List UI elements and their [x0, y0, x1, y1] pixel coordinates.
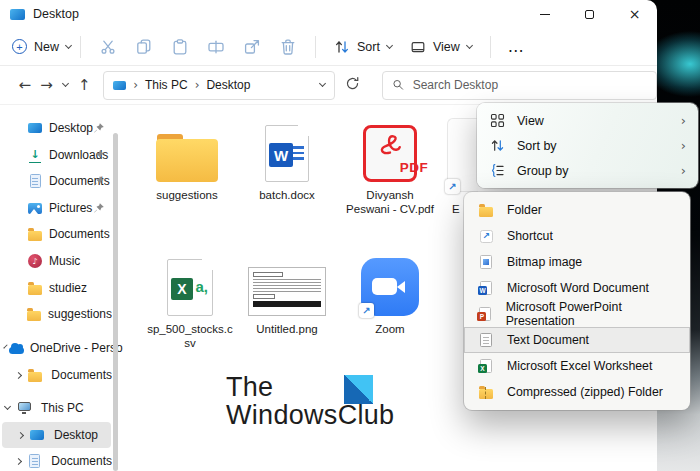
chevron-collapsed-icon[interactable] — [17, 431, 24, 438]
sidebar-item-documents-folder[interactable]: Documents — [0, 221, 112, 247]
menu-item-view[interactable]: View › — [477, 108, 698, 133]
pin-icon — [93, 175, 105, 187]
excel-badge: X — [171, 278, 193, 300]
new-button[interactable]: + New — [12, 39, 71, 54]
menu-item-label: Sort by — [517, 139, 557, 153]
forward-button[interactable]: → — [36, 76, 58, 94]
menu-item-label: Microsoft Excel Worksheet — [507, 359, 652, 373]
file-batch-docx[interactable]: W batch.docx — [241, 122, 333, 202]
pin-icon — [93, 149, 105, 161]
view-button[interactable]: View — [410, 39, 472, 55]
sidebar-item-music[interactable]: ♪ Music — [0, 248, 112, 274]
sidebar-item-this-pc-desktop[interactable]: Desktop — [2, 422, 111, 448]
chevron-down-icon — [65, 41, 72, 48]
new-menu-item-folder[interactable]: Folder — [464, 197, 690, 223]
file-label: sp_500_stocks.csv — [145, 322, 235, 350]
new-menu-item-word-document[interactable]: W Microsoft Word Document — [464, 275, 690, 301]
pdf-badge: PDF — [390, 160, 438, 175]
chevron-expanded-icon[interactable] — [4, 403, 11, 410]
sidebar-scrollbar[interactable] — [113, 133, 118, 471]
submenu-arrow-icon: › — [681, 113, 686, 128]
recent-locations-button[interactable] — [58, 84, 74, 86]
folder-icon — [156, 134, 218, 182]
up-button[interactable]: ↑ — [73, 76, 95, 94]
sidebar-item-studiez[interactable]: studiez — [0, 275, 112, 301]
menu-item-label: Shortcut — [507, 229, 553, 243]
sidebar-item-this-pc-documents[interactable]: Documents — [0, 448, 112, 471]
sidebar-item-onedrive[interactable]: OneDrive - Perso — [0, 335, 112, 361]
shortcut-arrow-icon: ↗ — [445, 179, 460, 194]
shortcut-arrow-icon: ↗ — [359, 303, 374, 318]
sidebar-item-label: Documents — [51, 368, 112, 382]
copy-button[interactable] — [126, 31, 162, 63]
sidebar-item-this-pc[interactable]: This PC — [0, 395, 112, 421]
address-bar[interactable]: › This PC › Desktop — [103, 71, 335, 100]
chevron-collapsed-icon[interactable] — [15, 372, 22, 379]
word-document-icon: W — [480, 281, 492, 295]
image-thumbnail — [248, 267, 326, 316]
thewindowsclub-watermark: The WindowsClub — [226, 372, 394, 431]
new-menu-item-bitmap-image[interactable]: Bitmap image — [464, 249, 690, 275]
chevron-down-icon — [386, 41, 393, 48]
folder-icon — [27, 311, 41, 321]
sidebar-item-pictures[interactable]: Pictures — [0, 195, 112, 221]
see-more-button[interactable]: … — [508, 37, 525, 56]
file-csv[interactable]: X a, sp_500_stocks.csv — [144, 256, 236, 350]
folder-icon — [28, 372, 42, 382]
minimize-button[interactable] — [522, 0, 567, 28]
sidebar-item-documents[interactable]: Documents — [0, 168, 112, 194]
new-menu-item-powerpoint-presentation[interactable]: P Microsoft PowerPoint Presentation — [464, 301, 690, 327]
new-button-label: New — [34, 40, 59, 54]
excel-badge: X — [478, 364, 487, 373]
search-input[interactable] — [413, 78, 647, 92]
new-menu-item-compressed-folder[interactable]: Compressed (zipped) Folder — [464, 379, 690, 405]
title-bar: Desktop × — [0, 0, 657, 28]
file-zoom-shortcut[interactable]: ↗ Zoom — [344, 256, 436, 336]
address-dropdown-icon[interactable] — [319, 80, 326, 87]
new-menu-item-excel-worksheet[interactable]: X Microsoft Excel Worksheet — [464, 353, 690, 379]
downloads-icon: ↓ — [28, 148, 42, 163]
menu-item-group-by[interactable]: Group by › — [477, 158, 698, 183]
file-suggestions[interactable]: suggestions — [141, 122, 233, 202]
sidebar-item-label: OneDrive - Perso — [30, 341, 123, 355]
rename-button[interactable] — [198, 31, 234, 63]
breadcrumb-this-pc[interactable]: This PC — [145, 78, 188, 92]
close-button[interactable]: × — [612, 0, 657, 28]
new-menu-item-shortcut[interactable]: ↗ Shortcut — [464, 223, 690, 249]
word-badge: W — [478, 286, 487, 295]
sidebar-item-desktop[interactable]: Desktop — [0, 115, 112, 141]
share-button[interactable] — [234, 31, 270, 63]
menu-item-label: Text Document — [507, 333, 589, 347]
search-box[interactable] — [382, 71, 657, 100]
paste-button[interactable] — [162, 31, 198, 63]
breadcrumb-desktop[interactable]: Desktop — [206, 78, 250, 92]
maximize-button[interactable] — [567, 0, 612, 28]
thumbnail-detail — [253, 272, 283, 277]
search-icon — [392, 78, 405, 92]
cut-button[interactable] — [90, 31, 126, 63]
word-document-icon: W — [265, 125, 309, 182]
file-cv-pdf[interactable]: PDF Divyansh Peswani - CV.pdf — [344, 122, 436, 216]
sort-button-label: Sort — [357, 40, 380, 54]
refresh-button[interactable] — [345, 76, 360, 95]
chevron-collapsed-icon[interactable] — [15, 458, 22, 465]
excel-icon: X — [480, 359, 492, 373]
submenu-arrow-icon: › — [681, 138, 686, 153]
back-button[interactable]: ← — [14, 76, 36, 94]
sidebar-item-onedrive-documents[interactable]: Documents — [0, 362, 112, 388]
folder-icon — [28, 231, 42, 241]
desktop-icon — [30, 430, 44, 440]
new-submenu: Folder ↗ Shortcut Bitmap image W Microso… — [464, 192, 690, 410]
sidebar-item-downloads[interactable]: ↓ Downloads — [0, 142, 112, 168]
share-icon — [243, 38, 261, 56]
new-menu-item-text-document[interactable]: Text Document — [464, 327, 690, 353]
file-label: Untitled.png — [256, 322, 317, 336]
delete-button[interactable] — [270, 31, 306, 63]
menu-item-sort-by[interactable]: Sort by › — [477, 133, 698, 158]
file-label: batch.docx — [259, 188, 315, 202]
file-untitled-png[interactable]: Untitled.png — [241, 256, 333, 336]
chevron-expanded-icon[interactable] — [3, 344, 7, 348]
pictures-icon — [28, 203, 42, 214]
sort-button[interactable]: Sort — [334, 39, 392, 55]
sidebar-item-suggestions[interactable]: suggestions — [0, 301, 112, 327]
